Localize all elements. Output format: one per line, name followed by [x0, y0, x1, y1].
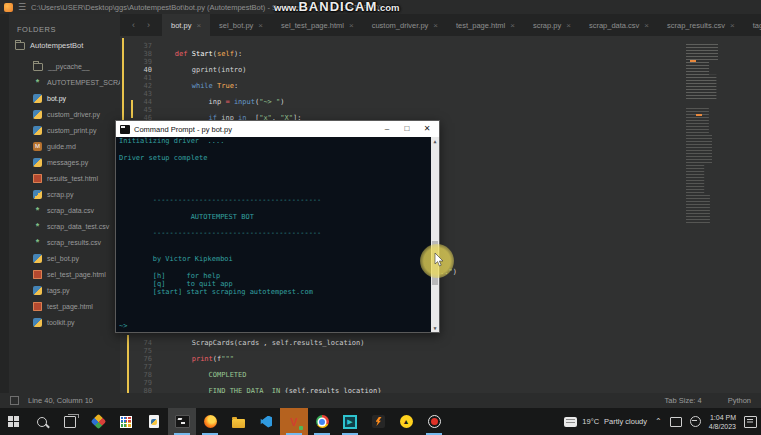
clock[interactable]: 1:04 PM 4/8/2023 — [709, 413, 736, 431]
caret-position[interactable]: Line 40, Column 10 — [28, 396, 93, 405]
weather-icon — [564, 417, 577, 427]
taskbar-button-chrome[interactable] — [308, 408, 336, 435]
taskbar-button-search[interactable] — [28, 408, 56, 435]
sidebar-item-AUTOTEMPEST_SCRAP_DATA.c[interactable]: *AUTOTEMPEST_SCRAP_DATA.c — [33, 74, 120, 90]
sidebar-item-results_test.html[interactable]: results_test.html — [33, 170, 120, 186]
taskbar-button-file-explorer[interactable] — [224, 408, 252, 435]
minimap-code-block — [686, 108, 712, 224]
sidebar-item-guide.md[interactable]: Mguide.md — [33, 138, 120, 154]
sidebar-item-tags.py[interactable]: tags.py — [33, 282, 120, 298]
tab-nav: ‹ › — [120, 14, 162, 36]
maximize-button[interactable]: □ — [399, 121, 415, 137]
tab-close-icon[interactable]: × — [510, 21, 515, 30]
weather-widget[interactable]: 19°C Partly cloudy — [564, 417, 647, 427]
tab-sel_bot.py[interactable]: sel_bot.py× — [210, 14, 272, 36]
tab-label: sel_test_page.html — [281, 21, 344, 30]
tab-scrap_results.csv[interactable]: scrap_results.csv× — [658, 14, 744, 36]
cmd-line — [116, 162, 439, 170]
cmd-line: by Victor Kipkemboi — [116, 255, 439, 263]
tab-tags.py[interactable]: tags.py× — [744, 14, 761, 36]
taskbar-button-command-prompt[interactable] — [168, 408, 196, 435]
taskbar-button-app-grid[interactable] — [112, 408, 140, 435]
menu-icon[interactable]: ☰ — [18, 3, 26, 12]
close-button[interactable]: ✕ — [419, 121, 435, 137]
html-file-icon — [33, 270, 42, 279]
tab-close-icon[interactable]: × — [196, 21, 201, 30]
sidebar-file-list: __pycache__*AUTOTEMPEST_SCRAP_DATA.cbot.… — [33, 58, 120, 330]
sidebar-item-scrap_data.csv[interactable]: *scrap_data.csv — [33, 202, 120, 218]
cmd-terminal-output[interactable]: ▲ ▼ Initializing driver .... Driver setu… — [116, 137, 439, 332]
tab-test_page.html[interactable]: test_page.html× — [447, 14, 524, 36]
taskbar-button-vscode[interactable] — [252, 408, 280, 435]
display-tray-icon[interactable] — [670, 417, 682, 427]
sidebar-item-scrap.py[interactable]: scrap.py — [33, 186, 120, 202]
sidebar-item-sel_test_page.html[interactable]: sel_test_page.html — [33, 266, 120, 282]
cmd-line — [116, 297, 439, 305]
tab-close-icon[interactable]: × — [566, 21, 571, 30]
system-tray: 19°C Partly cloudy ⌃ 1:04 PM 4/8/2023 — [564, 413, 761, 431]
action-center-icon[interactable] — [744, 416, 757, 428]
code-line: print(f""" — [158, 355, 234, 363]
tab-close-icon[interactable]: × — [433, 21, 438, 30]
line-number: 39 — [126, 58, 152, 66]
line-number: 40 — [126, 66, 152, 74]
taskbar-button-task-view[interactable] — [56, 408, 84, 435]
sidebar-item-custom_driver.py[interactable]: custom_driver.py — [33, 106, 120, 122]
tab-nav-next-icon[interactable]: › — [147, 20, 150, 30]
sidebar-item-sel_bot.py[interactable]: sel_bot.py — [33, 250, 120, 266]
tab-close-icon[interactable]: × — [730, 21, 735, 30]
tab-scrap.py[interactable]: scrap.py× — [524, 14, 580, 36]
cmd-line — [116, 204, 439, 212]
tab-nav-prev-icon[interactable]: ‹ — [132, 20, 135, 30]
scroll-up-icon[interactable]: ▲ — [431, 137, 439, 145]
minimize-button[interactable]: – — [379, 121, 395, 137]
syntax-indicator[interactable]: Python — [728, 396, 751, 405]
network-tray-icon[interactable] — [690, 416, 701, 427]
minimap[interactable] — [686, 44, 726, 274]
sidebar-root-folder[interactable]: AutotempestBot — [15, 40, 83, 50]
taskbar-button-pinwheel-app[interactable] — [84, 408, 112, 435]
sidebar-item-label: custom_print.py — [47, 127, 96, 134]
root-folder-label: AutotempestBot — [30, 41, 83, 50]
tab-close-icon[interactable]: × — [644, 21, 649, 30]
cmd-line: Driver setup complete — [116, 154, 439, 162]
sidebar-item-label: scrap_data.csv — [47, 207, 94, 214]
sidebar-item-toolkit.py[interactable]: toolkit.py — [33, 314, 120, 330]
tab-close-icon[interactable]: × — [349, 21, 354, 30]
sidebar-item-__pycache__[interactable]: __pycache__ — [33, 58, 120, 74]
sidebar-item-bot.py[interactable]: bot.py — [33, 90, 120, 106]
code-line: ScrapCards(cards , self.results_location… — [158, 339, 365, 347]
sidebar-item-messages.py[interactable]: messages.py — [33, 154, 120, 170]
taskbar-button-v-app[interactable]: V — [280, 408, 308, 435]
scroll-down-icon[interactable]: ▼ — [431, 324, 439, 332]
line-number: 75 — [126, 347, 152, 355]
sidebar-item-custom_print.py[interactable]: custom_print.py — [33, 122, 120, 138]
tab-size-indicator[interactable]: Tab Size: 4 — [665, 396, 702, 405]
tray-expand-icon[interactable]: ⌃ — [655, 417, 662, 426]
taskbar-button-start[interactable] — [0, 408, 28, 435]
taskbar-button-autotempest[interactable]: ▲ — [392, 408, 420, 435]
py-file-icon — [33, 126, 42, 135]
sidebar-item-scrap_data_test.csv[interactable]: *scrap_data_test.csv — [33, 218, 120, 234]
cmd-line: AUTOTEMPEST BOT — [116, 213, 439, 221]
cmd-scrollbar[interactable]: ▲ ▼ — [431, 137, 439, 332]
taskbar-button-record[interactable] — [420, 408, 448, 435]
sublime-text-icon — [4, 3, 13, 12]
tab-bot.py[interactable]: bot.py× — [162, 14, 210, 36]
sidebar-item-test_page.html[interactable]: test_page.html — [33, 298, 120, 314]
autotempest-icon: ▲ — [400, 415, 413, 428]
tab-close-icon[interactable]: × — [258, 21, 263, 30]
taskbar-button-bandicam[interactable] — [364, 408, 392, 435]
tab-custom_driver.py[interactable]: custom_driver.py× — [363, 14, 447, 36]
record-macro-icon[interactable] — [10, 396, 19, 405]
taskbar-button-python-file[interactable] — [140, 408, 168, 435]
tab-sel_test_page.html[interactable]: sel_test_page.html× — [272, 14, 363, 36]
sidebar-item-scrap_results.csv[interactable]: *scrap_results.csv — [33, 234, 120, 250]
mouse-cursor-icon — [434, 253, 444, 267]
tab-scrap_data.csv[interactable]: scrap_data.csv× — [580, 14, 658, 36]
taskbar-button-media-player[interactable]: ▶ — [336, 408, 364, 435]
screen: ☰ C:\Users\USER\Desktop\ggs\AutotempestB… — [0, 0, 761, 435]
folders-header: FOLDERS — [17, 25, 56, 34]
taskbar-button-firefox[interactable] — [196, 408, 224, 435]
cmd-title-bar[interactable]: Command Prompt - py bot.py – □ ✕ — [116, 121, 439, 137]
